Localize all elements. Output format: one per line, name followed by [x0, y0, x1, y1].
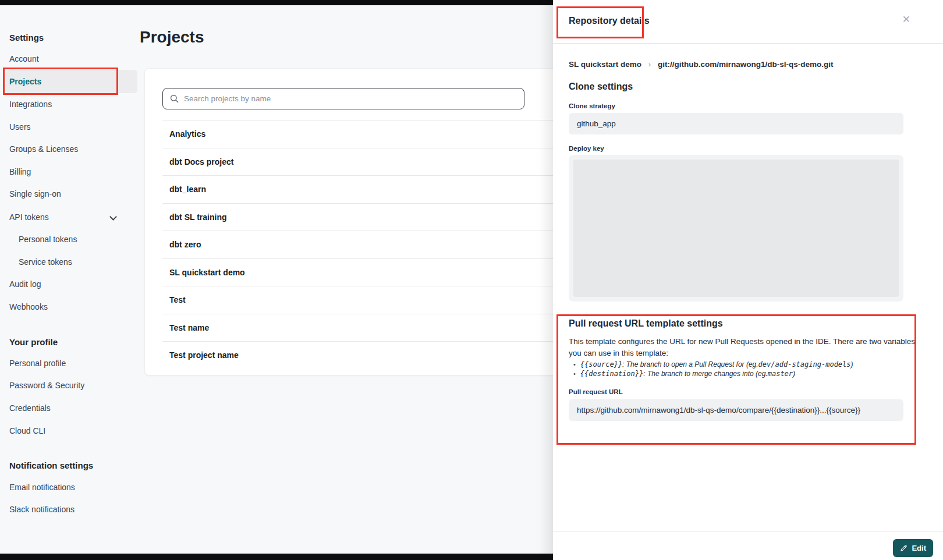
- pencil-icon: [900, 544, 907, 552]
- sidebar-heading-notification-settings: Notification settings: [9, 460, 93, 470]
- sidebar-item-groups-licenses[interactable]: Groups & Licenses: [9, 144, 78, 154]
- bullet-source: • {{source}} : The branch to open a Pull…: [571, 360, 914, 369]
- destination-variable-text: : The branch to merge changes into (eg.: [643, 369, 767, 378]
- sidebar-item-password-security[interactable]: Password & Security: [9, 381, 84, 390]
- close-icon[interactable]: ✕: [902, 13, 910, 26]
- sidebar-item-service-tokens[interactable]: Service tokens: [19, 257, 72, 267]
- clone-strategy-label: Clone strategy: [569, 102, 615, 109]
- edit-button[interactable]: Edit: [893, 539, 933, 557]
- bullet-destination: • {{destination}} : The branch to merge …: [571, 369, 914, 378]
- sidebar-item-api-tokens[interactable]: API tokens: [9, 212, 49, 222]
- sidebar-heading-your-profile: Your profile: [9, 337, 58, 347]
- pr-template-bullets: • {{source}} : The branch to open a Pull…: [571, 360, 914, 378]
- sidebar-item-projects[interactable]: Projects: [9, 77, 41, 86]
- pull-request-url-value: https://github.com/mirnawong1/db-sl-qs-d…: [577, 406, 860, 414]
- destination-variable-example: master: [768, 369, 793, 378]
- source-variable-code: {{source}}: [580, 360, 622, 369]
- sidebar-item-billing[interactable]: Billing: [9, 167, 31, 176]
- search-input[interactable]: [184, 94, 517, 103]
- bullet-dot: •: [573, 360, 576, 369]
- sidebar-item-slack-notifications[interactable]: Slack notifications: [9, 505, 75, 514]
- sidebar-item-personal-profile[interactable]: Personal profile: [9, 359, 66, 368]
- sidebar-item-cloud-cli[interactable]: Cloud CLI: [9, 426, 45, 435]
- pull-request-url-field: https://github.com/mirnawong1/db-sl-qs-d…: [569, 399, 903, 421]
- clone-strategy-value: github_app: [577, 119, 616, 128]
- clone-strategy-field: github_app: [569, 113, 903, 134]
- edit-button-label: Edit: [912, 544, 926, 552]
- deploy-key-field: [569, 155, 903, 302]
- sidebar-item-integrations[interactable]: Integrations: [9, 100, 52, 109]
- sidebar-item-single-sign-on[interactable]: Single sign-on: [9, 189, 61, 199]
- sidebar-item-users[interactable]: Users: [9, 122, 31, 132]
- source-variable-text: : The branch to open a Pull Request for …: [622, 360, 758, 369]
- bullet-dot: •: [573, 369, 576, 378]
- breadcrumb-project-name: SL quickstart demo: [569, 60, 641, 69]
- search-icon: [170, 94, 179, 103]
- pr-template-heading: Pull request URL template settings: [569, 318, 723, 329]
- pull-request-url-label: Pull request URL: [569, 388, 623, 395]
- project-search[interactable]: [162, 88, 524, 109]
- sidebar-item-audit-log[interactable]: Audit log: [9, 279, 41, 289]
- source-variable-example: dev/add-staging-models: [758, 360, 851, 369]
- pr-template-description: This template configures the URL for new…: [569, 336, 916, 359]
- clone-settings-heading: Clone settings: [569, 81, 633, 92]
- sidebar-heading-settings: Settings: [9, 33, 44, 42]
- sidebar-item-email-notifications[interactable]: Email notifications: [9, 483, 75, 492]
- breadcrumb-separator-icon: ›: [648, 61, 651, 69]
- chevron-down-icon[interactable]: [109, 213, 117, 221]
- breadcrumb-repo-url: git://github.com/mirnawong1/db-sl-qs-dem…: [658, 60, 833, 69]
- page-title: Projects: [140, 28, 204, 47]
- deploy-key-redacted-content: [573, 160, 899, 297]
- sidebar-item-credentials[interactable]: Credentials: [9, 403, 51, 413]
- sidebar-item-personal-tokens[interactable]: Personal tokens: [19, 235, 77, 244]
- panel-title: Repository details: [569, 16, 650, 26]
- breadcrumb: SL quickstart demo › git://github.com/mi…: [569, 60, 834, 69]
- destination-variable-code: {{destination}}: [580, 369, 643, 378]
- repository-details-panel: Repository details ✕ SL quickstart demo …: [553, 0, 943, 560]
- panel-footer: Edit: [553, 531, 943, 560]
- sidebar-item-account[interactable]: Account: [9, 54, 39, 63]
- deploy-key-label: Deploy key: [569, 145, 604, 152]
- destination-variable-suffix: ): [793, 369, 795, 378]
- source-variable-suffix: ): [851, 360, 853, 369]
- sidebar-item-webhooks[interactable]: Webhooks: [9, 302, 48, 311]
- panel-header: Repository details ✕: [553, 0, 943, 44]
- settings-sidebar: Settings Account Projects Integrations U…: [0, 0, 140, 560]
